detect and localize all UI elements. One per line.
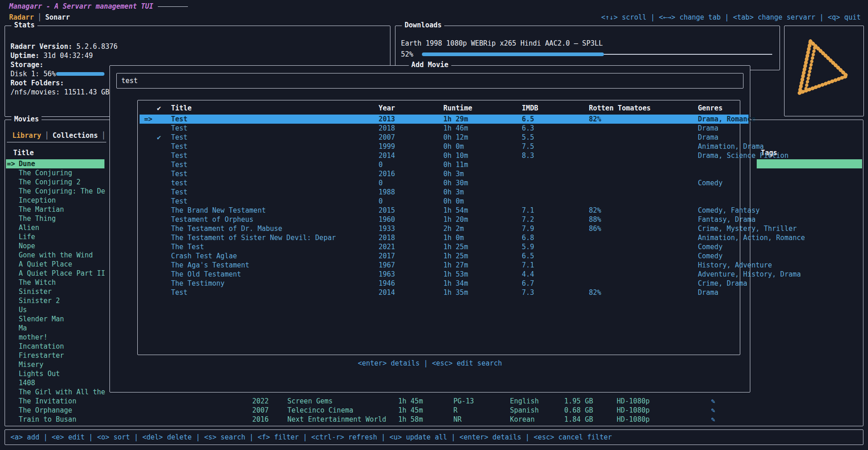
- top-keybind-hints: <↑↓> scroll | <←→> change tab | <tab> ch…: [601, 13, 861, 22]
- result-title: The Testament of Dr. Mabuse: [171, 224, 282, 233]
- result-row[interactable]: =>Test20131h 29m6.582%Drama, Romance: [140, 115, 748, 124]
- movie-studio: Telecinco Cinema: [287, 406, 353, 415]
- result-row[interactable]: The Test20211h 25m5.9Comedy: [140, 242, 748, 251]
- movie-search-input[interactable]: [116, 73, 743, 89]
- result-imdb: 6.5: [522, 251, 534, 261]
- result-runtime: 1h 53m: [443, 270, 468, 279]
- library-row[interactable]: Train to Busan2016Next Entertainment Wor…: [6, 415, 862, 424]
- add-movie-title: Add Movie: [409, 61, 451, 69]
- movie-title: The Orphanage: [19, 406, 72, 415]
- tab-separator: │: [41, 131, 52, 140]
- result-row[interactable]: test00h 30mComedy: [140, 178, 748, 188]
- movies-panel-title: Movies: [11, 115, 42, 123]
- result-row[interactable]: ✔Test20070h 12m5.5Drama: [140, 133, 748, 142]
- disk-usage: Disk 1: 56%: [10, 69, 56, 78]
- result-runtime: 0h 0m: [443, 197, 464, 206]
- result-title: Test: [171, 160, 187, 169]
- movie-title: A Quiet Place Part II: [19, 269, 105, 278]
- library-row[interactable]: The Invitation2022Screen Gems1h 45mPG-13…: [6, 397, 862, 406]
- result-runtime: 0h 3m: [443, 169, 464, 178]
- version-value: 5.2.6.8376: [77, 42, 118, 51]
- result-title: Test: [171, 142, 187, 151]
- result-row[interactable]: Test20141h 35m7.382%Drama: [140, 288, 748, 297]
- movie-title: The Conjuring 2: [19, 178, 80, 187]
- result-imdb: 7.9: [522, 224, 534, 233]
- tab-library[interactable]: Library: [12, 131, 41, 140]
- tab-separator: │: [98, 131, 109, 140]
- result-genres: Fantasy, Drama: [698, 215, 755, 224]
- result-genres: Drama, Romance: [698, 115, 755, 124]
- result-row[interactable]: Test20181h 46m6.3Drama: [140, 124, 748, 133]
- result-imdb: 7.1: [522, 206, 534, 215]
- result-imdb: 4.4: [522, 270, 534, 279]
- result-row[interactable]: The Testament of Sister New Devil: Depar…: [140, 233, 748, 242]
- result-title: Crash Test Aglae: [171, 251, 237, 261]
- progress-track: [604, 54, 772, 55]
- tab-collections[interactable]: Collections: [52, 131, 98, 140]
- result-row[interactable]: The Testimony19461h 34m6.7Crime, Drama: [140, 279, 748, 288]
- movie-size: 0.68 GB: [564, 406, 593, 415]
- tab-sonarr[interactable]: Sonarr: [45, 13, 70, 21]
- movie-runtime: 1h 45m: [398, 406, 423, 415]
- result-year: 2007: [379, 133, 395, 142]
- column-runtime: Runtime: [443, 104, 472, 113]
- disk-usage-text: Disk 1: 56%: [10, 70, 56, 78]
- movie-year: 2016: [252, 415, 269, 424]
- result-row[interactable]: Test20140h 10m8.3Drama, Science Fiction: [140, 151, 748, 160]
- result-row[interactable]: Test00h 0m: [140, 197, 748, 206]
- movie-studio: Screen Gems: [287, 397, 333, 406]
- result-year: 2021: [379, 242, 395, 251]
- result-year: 2017: [379, 251, 395, 261]
- result-row[interactable]: The Brand New Testament20151h 54m7.182%C…: [140, 206, 748, 215]
- downloads-panel: Downloads Earth 1998 1080p WEBRip x265 H…: [395, 26, 780, 70]
- result-title: Test: [171, 151, 187, 160]
- result-genres: Drama: [698, 133, 718, 142]
- result-title: Testament of Orpheus: [171, 215, 254, 224]
- result-genres: Drama: [698, 124, 718, 133]
- result-row[interactable]: Test20160h 3m: [140, 169, 748, 178]
- movie-title: Ma: [19, 324, 27, 333]
- result-title: Test: [171, 169, 187, 178]
- result-row[interactable]: Crash Test Aglae20171h 25m6.5Comedy: [140, 251, 748, 261]
- result-year: 0: [379, 197, 383, 206]
- result-rotten-tomatoes: 82%: [589, 206, 601, 215]
- monitored-icon: ✎: [711, 397, 715, 406]
- result-runtime: 1h 25m: [443, 251, 468, 261]
- add-movie-keybind-hints: <enter> details | <esc> edit search: [358, 359, 502, 368]
- result-row[interactable]: Test19990h 0m7.5Animation, Drama: [140, 142, 748, 151]
- checked-icon: ✔: [157, 133, 161, 142]
- result-genres: Comedy: [698, 242, 722, 251]
- result-imdb: 5.5: [522, 133, 534, 142]
- result-row[interactable]: The Old Testament19631h 53m4.4Adventure,…: [140, 270, 748, 279]
- result-rotten-tomatoes: 86%: [589, 224, 601, 233]
- movie-runtime: 1h 58m: [398, 415, 423, 424]
- movie-size: 1.84 GB: [564, 415, 593, 424]
- movie-title: The Martian: [19, 205, 64, 214]
- column-imdb: IMDB: [522, 104, 538, 113]
- result-row[interactable]: The Aga's Testament19671h 27m7.1History,…: [140, 261, 748, 270]
- result-runtime: 1h 25m: [443, 242, 468, 251]
- result-row[interactable]: The Testament of Dr. Mabuse19332h 2m7.98…: [140, 224, 748, 233]
- movie-title: Nope: [19, 241, 35, 251]
- library-tabs: Library│Collections│: [12, 131, 109, 140]
- result-runtime: 1h 34m: [443, 279, 468, 288]
- library-row[interactable]: The Orphanage2007Telecinco Cinema1h 45mR…: [6, 406, 862, 415]
- tab-radarr[interactable]: Radarr: [9, 13, 34, 21]
- result-runtime: 0h 12m: [443, 133, 468, 142]
- movie-title: Sinister 2: [19, 296, 60, 305]
- result-rotten-tomatoes: 82%: [589, 288, 601, 297]
- movie-size: 1.95 GB: [564, 397, 593, 406]
- download-progress-bar: [422, 52, 772, 56]
- result-row[interactable]: Test19880h 3m: [140, 188, 748, 197]
- movie-title: The Witch: [19, 278, 56, 287]
- result-genres: Crime, Mystery, Thriller: [698, 224, 797, 233]
- result-year: 2013: [379, 115, 395, 124]
- storage-label: Storage:: [10, 60, 43, 69]
- result-year: 1988: [379, 188, 395, 197]
- selection-marker: =>: [7, 159, 15, 168]
- result-row[interactable]: Testament of Orpheus19601h 20m7.288%Fant…: [140, 215, 748, 224]
- result-title: The Testament of Sister New Devil: Depar: [171, 233, 336, 242]
- result-title: Test: [171, 197, 187, 206]
- movie-title: The Girl with All the: [19, 387, 105, 397]
- result-row[interactable]: Test00h 11m: [140, 160, 748, 169]
